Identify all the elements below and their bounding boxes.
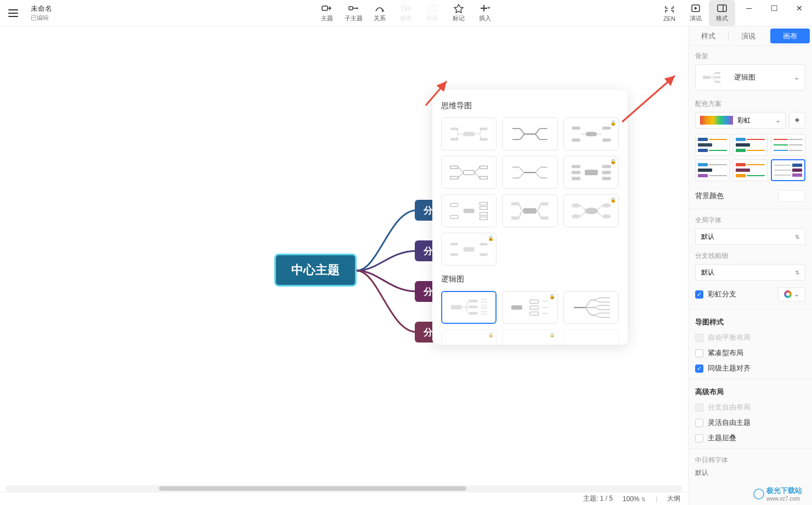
updown-icon: ⇅ [641, 497, 646, 502]
skeleton-thumb-mindmap-4[interactable] [441, 156, 497, 189]
skeleton-thumb-logic-2[interactable]: 🔒 [502, 291, 557, 324]
skeleton-thumb-mindmap-8[interactable] [502, 194, 557, 227]
horizontal-scrollbar[interactable] [5, 485, 683, 492]
skeleton-thumb-logic-4[interactable]: 🔒 [441, 329, 497, 345]
hamburger-menu[interactable] [0, 0, 26, 26]
skeleton-value: 逻辑图 [734, 72, 794, 82]
svg-rect-15 [602, 126, 611, 130]
popup-section-logic: 逻辑图 [441, 274, 619, 284]
svg-rect-20 [480, 166, 488, 169]
color-scheme-selector[interactable]: 彩虹 ⌄ [695, 112, 786, 128]
bg-color-label: 背景颜色 [695, 191, 724, 201]
rainbow-swatch [700, 116, 733, 125]
svg-rect-66 [715, 72, 720, 74]
skeleton-thumb-logic-1[interactable] [441, 291, 497, 324]
svg-rect-12 [585, 132, 596, 136]
outline-toggle[interactable]: 大纲 [667, 494, 680, 503]
svg-rect-0 [322, 6, 328, 10]
add-scheme-button[interactable]: + [789, 112, 805, 128]
svg-rect-8 [450, 127, 458, 130]
global-font-label: 全局字体 [695, 216, 805, 225]
vertical-scrollbar[interactable] [681, 29, 688, 485]
svg-rect-34 [480, 212, 488, 215]
svg-rect-17 [464, 170, 475, 175]
color-scheme-thumb-1[interactable] [695, 134, 730, 156]
cjk-font-label: 中日韩字体 [695, 456, 805, 465]
bg-color-picker[interactable] [778, 190, 805, 202]
updown-icon: ⇅ [795, 270, 799, 276]
insert-icon [480, 3, 490, 13]
svg-rect-19 [450, 176, 458, 179]
pitch-button[interactable]: 演说 [683, 0, 709, 26]
chevron-down-icon: ⌄ [794, 74, 799, 81]
canvas-area[interactable]: 中心主题 分 分 分 分 思维导图 🔒 🔒 🔒 🔒 逻辑图 🔒 🔒 🔒 [0, 26, 688, 492]
insert-button[interactable]: 插入 [472, 0, 498, 26]
global-font-selector[interactable]: 默认⇅ [695, 228, 805, 245]
branch-width-selector[interactable]: 默认⇅ [695, 264, 805, 280]
rainbow-branch-checkbox[interactable]: ✓ [695, 290, 703, 299]
rainbow-palette-button[interactable]: ⌄ [778, 287, 805, 301]
svg-rect-25 [572, 177, 580, 180]
zen-button[interactable]: ZEN [656, 0, 683, 26]
panel-tab-pitch[interactable]: 演说 [729, 26, 768, 46]
compact-layout-checkbox[interactable] [695, 349, 703, 357]
color-scheme-thumb-3[interactable] [771, 134, 805, 156]
skeleton-thumb-mindmap-7[interactable] [441, 194, 497, 227]
skeleton-thumb-logic-6[interactable] [563, 329, 619, 345]
subtopic-button[interactable]: 子主题 [340, 0, 366, 26]
svg-rect-39 [541, 202, 549, 205]
skeleton-thumb-mindmap-3[interactable]: 🔒 [563, 117, 619, 150]
cjk-font-value: 默认 [695, 468, 805, 478]
svg-rect-61 [511, 305, 522, 310]
align-siblings-checkbox[interactable]: ✓ [695, 364, 703, 373]
window-maximize[interactable]: ☐ [762, 0, 787, 16]
skeleton-thumb-logic-3[interactable] [563, 291, 619, 324]
skeleton-thumb-logic-5[interactable]: 🔒 [502, 329, 557, 345]
color-scheme-thumb-2[interactable] [733, 134, 768, 156]
window-minimize[interactable]: ─ [736, 0, 762, 16]
color-scheme-thumb-4[interactable] [695, 159, 730, 181]
skeleton-thumb-mindmap-5[interactable] [502, 156, 557, 189]
svg-rect-26 [602, 165, 611, 168]
skeleton-selector[interactable]: 逻辑图 ⌄ [695, 64, 805, 91]
skeleton-thumb-mindmap-1[interactable] [441, 117, 497, 150]
topic-icon [322, 3, 332, 13]
svg-rect-21 [480, 176, 488, 179]
svg-point-45 [602, 214, 611, 218]
window-close[interactable]: ✕ [787, 0, 812, 16]
skeleton-thumb-mindmap-10[interactable]: 🔒 [441, 233, 497, 266]
marker-button[interactable]: 标记 [446, 0, 472, 26]
lock-icon: 🔒 [549, 294, 555, 299]
svg-rect-35 [480, 217, 488, 220]
color-ring-icon [784, 290, 792, 298]
zen-icon [664, 4, 675, 14]
subtopic-icon [348, 3, 359, 13]
topic-button[interactable]: 主题 [314, 0, 340, 26]
topic-overlap-checkbox[interactable] [695, 434, 703, 442]
svg-rect-29 [464, 209, 475, 213]
panel-tab-style[interactable]: 样式 [689, 26, 728, 46]
svg-rect-40 [541, 216, 549, 220]
skeleton-thumb-mindmap-6[interactable]: 🔒 [563, 156, 619, 189]
svg-rect-48 [450, 253, 458, 256]
color-scheme-thumb-6[interactable] [771, 159, 805, 181]
skeleton-thumb-mindmap-2[interactable] [502, 117, 557, 150]
panel-tab-canvas[interactable]: 画布 [770, 29, 810, 43]
color-scheme-thumb-5[interactable] [733, 159, 768, 181]
svg-rect-6 [718, 5, 726, 12]
svg-rect-32 [480, 202, 488, 205]
relation-button[interactable]: 关系 [366, 0, 393, 26]
svg-rect-1 [349, 7, 353, 10]
document-title-area: 未命名 已编辑 [31, 4, 52, 22]
svg-rect-22 [584, 170, 597, 175]
skeleton-thumb-mindmap-9[interactable]: 🔒 [563, 194, 619, 227]
relation-icon [374, 3, 385, 13]
zoom-control[interactable]: 100% ⇅ [623, 495, 646, 503]
flex-topic-checkbox[interactable] [695, 419, 703, 427]
lock-icon: 🔒 [610, 197, 616, 203]
svg-rect-4 [428, 5, 436, 12]
format-button[interactable]: 格式 [709, 0, 735, 26]
svg-rect-28 [602, 177, 611, 180]
chevron-down-icon: ⌄ [775, 116, 781, 124]
central-topic-node[interactable]: 中心主题 [274, 254, 357, 287]
